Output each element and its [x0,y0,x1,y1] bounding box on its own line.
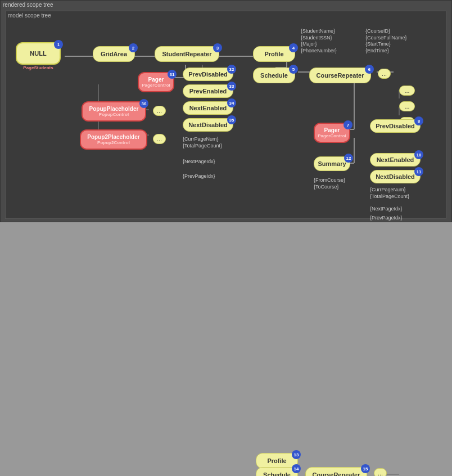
top-panel: rendered scope tree model scope tree [0,0,452,222]
next-disabled-right-wrapper: NextDisabled 11 [370,170,421,183]
student-fields-annotation: {StudentName} {StudentSSN} {Major} {Phon… [301,28,337,55]
summary-right-node: Summary 12 [314,156,350,171]
next-disabled-right-node: NextDisabled 11 [370,170,421,183]
null-node-wrapper: NULL 1 PageStudents [16,42,61,65]
next-disabled-left-node: NextDisabled 35 [183,118,233,132]
next-enabled-right-node: NextEnabled 10 [370,153,421,167]
inner-panel: model scope tree [5,11,446,219]
next-page-right-annotation: {NextPageIdx} [370,206,403,213]
top-panel-label: rendered scope tree [3,2,53,8]
badge-11: 11 [414,167,423,176]
badge-36: 36 [139,99,148,108]
badge-4: 4 [289,43,298,52]
badge-33: 33 [227,82,236,91]
badge-13: 13 [292,450,301,459]
schedule-top-node: Schedule 5 [253,68,295,83]
prev-page-right-annotation: {PrevPageIdx} [370,215,403,222]
schedule-14-node: Schedule 14 [256,467,298,476]
gridarea-wrapper: GridArea 2 [93,46,135,62]
badge-3: 3 [213,43,222,52]
student-repeater-node: StudentRepeater 3 [155,46,219,62]
course-repeater-top-wrapper: CourseRepeater 6 [309,68,371,83]
ellipsis-r1-node: ... [399,86,415,96]
bottom-panel: Profile 13 Schedule 14 CourseRepeater 15… [0,222,452,476]
schedule-top-wrapper: Schedule 5 [253,68,295,83]
ellipsis-r1: ... [399,86,415,96]
badge-34: 34 [227,98,236,107]
next-enabled-right-wrapper: NextEnabled 10 [370,153,421,167]
badge-5: 5 [289,65,298,74]
prev-disabled-right-node: PrevDisabled 8 [370,119,421,133]
prev-enabled-right-wrapper: PrevEnabled 9 [370,11,421,25]
pager-left-node: Pager PagerControl 31 [138,72,174,92]
course-rep-15-wrapper: CourseRepeater 15 [305,467,367,476]
ellipsis-cr15-1: ... [374,468,387,476]
curr-page-left-annotation: {CurrPageNum} {TotalPageCount} [183,136,222,149]
ellipsis-cr-top: ... [378,69,391,79]
next-disabled-left-wrapper: NextDisabled 35 [183,118,233,132]
from-to-course-annotation: {FromCourse} {ToCourse} [314,177,345,190]
null-node: NULL 1 PageStudents [16,42,61,65]
badge-2: 2 [129,43,138,52]
prev-enabled-left-wrapper: PrevEnabled 33 [183,84,233,98]
pager-left-wrapper: Pager PagerControl 31 [138,72,174,92]
ellipsis-node-top: ... [378,69,391,79]
popup2-placeholder-node: Popup2Placeholder Popup2Control [80,129,147,150]
next-enabled-left-node: NextEnabled 34 [183,101,233,115]
connection-lines-bottom [0,222,452,476]
popup-placeholder-node: PopupPlaceholder PopupControl 36 [82,101,146,122]
pager-right-node: Pager PagerControl 7 [314,123,350,143]
next-page-left-annotation: {NextPageIdx} [183,159,215,165]
summary-right-wrapper: Summary 12 [314,156,350,171]
prev-enabled-left-node: PrevEnabled 33 [183,84,233,98]
popup2-placeholder-wrapper: Popup2Placeholder Popup2Control [80,129,147,150]
ellipsis-popup2-node: ... [153,134,166,144]
badge-31: 31 [168,70,177,79]
ellipsis-popup: ... [153,106,166,116]
schedule-14-wrapper: Schedule 14 [256,467,298,476]
badge-12: 12 [344,154,353,163]
badge-7: 7 [343,120,352,129]
inner-panel-label: model scope tree [8,12,51,19]
curr-page-right-annotation: {CurrPageNum} {TotalPageCount} [370,187,409,200]
badge-35: 35 [227,115,236,124]
ellipsis-popup2: ... [153,134,166,144]
course-repeater-top-node: CourseRepeater 6 [309,68,371,83]
badge-1: 1 [54,40,63,49]
ellipsis-cr15-1-node: ... [374,468,387,476]
gridarea-node: GridArea 2 [93,46,135,62]
prev-disabled-right-wrapper: PrevDisabled 8 [370,119,421,133]
badge-14: 14 [292,464,301,473]
prev-disabled-left-node: PrevDisabled 32 [183,68,233,81]
profile-top-wrapper: Profile 4 [253,46,295,62]
badge-10: 10 [414,150,423,159]
popup-placeholder-wrapper: PopupPlaceholder PopupControl 36 [82,101,146,122]
student-repeater-wrapper: StudentRepeater 3 [155,46,219,62]
ellipsis-r2: ... [399,101,415,111]
next-enabled-left-wrapper: NextEnabled 34 [183,101,233,115]
prev-disabled-left-wrapper: PrevDisabled 32 [183,68,233,81]
badge-6: 6 [365,65,374,74]
profile-top-node: Profile 4 [253,46,295,62]
pager-right-wrapper: Pager PagerControl 7 [314,123,350,143]
badge-32: 32 [227,65,236,74]
prev-page-left-annotation: {PrevPageIdx} [183,173,215,180]
course-fields-annotation: {CourseID} {CourseFullName} {StartTime} … [365,28,407,55]
course-rep-15-node: CourseRepeater 15 [305,467,367,476]
badge-8: 8 [414,116,423,125]
null-sublabel: PageStudents [23,65,53,70]
badge-15: 15 [361,464,370,473]
ellipsis-popup-node: ... [153,106,166,116]
ellipsis-r2-node: ... [399,101,415,111]
